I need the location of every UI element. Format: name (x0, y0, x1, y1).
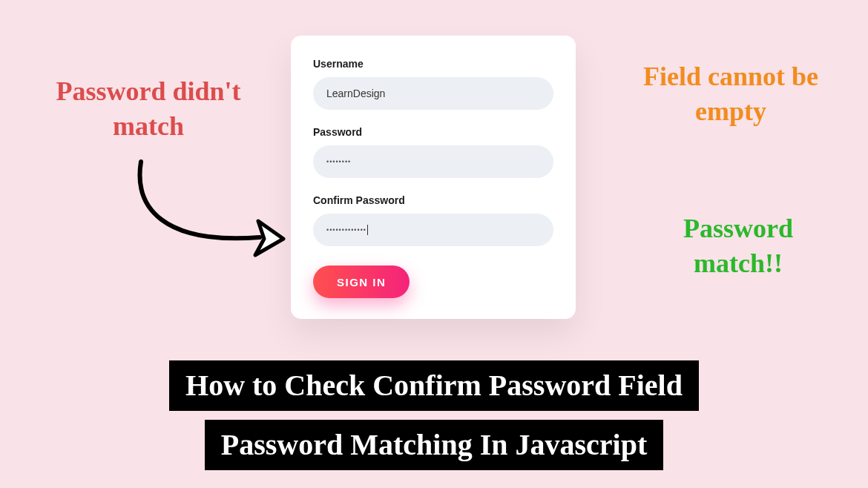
password-input[interactable]: •••••••• (313, 145, 553, 178)
username-value: LearnDesign (326, 88, 385, 99)
title-line-1: How to Check Confirm Password Field (169, 360, 699, 411)
error-mismatch-annotation: Password didn't match (45, 74, 252, 144)
title-line-2: Password Matching In Javascript (205, 420, 663, 470)
username-group: Username LearnDesign (313, 58, 553, 110)
confirm-password-value: ••••••••••••• (326, 226, 366, 234)
text-cursor-icon (367, 225, 368, 235)
password-group: Password •••••••• (313, 126, 553, 178)
password-value: •••••••• (326, 158, 351, 165)
error-empty-annotation: Field cannot be empty (634, 59, 827, 129)
sign-in-button[interactable]: SIGN IN (313, 266, 410, 298)
username-input[interactable]: LearnDesign (313, 77, 553, 110)
thumbnail-title: How to Check Confirm Password Field Pass… (0, 360, 868, 470)
confirm-password-group: Confirm Password ••••••••••••• (313, 194, 553, 246)
arrow-icon (119, 156, 297, 274)
signin-form-card: Username LearnDesign Password •••••••• C… (291, 36, 576, 319)
success-match-annotation: Password match!! (649, 211, 827, 281)
username-label: Username (313, 58, 553, 70)
password-label: Password (313, 126, 553, 138)
confirm-password-input[interactable]: ••••••••••••• (313, 214, 553, 246)
confirm-password-label: Confirm Password (313, 194, 553, 206)
